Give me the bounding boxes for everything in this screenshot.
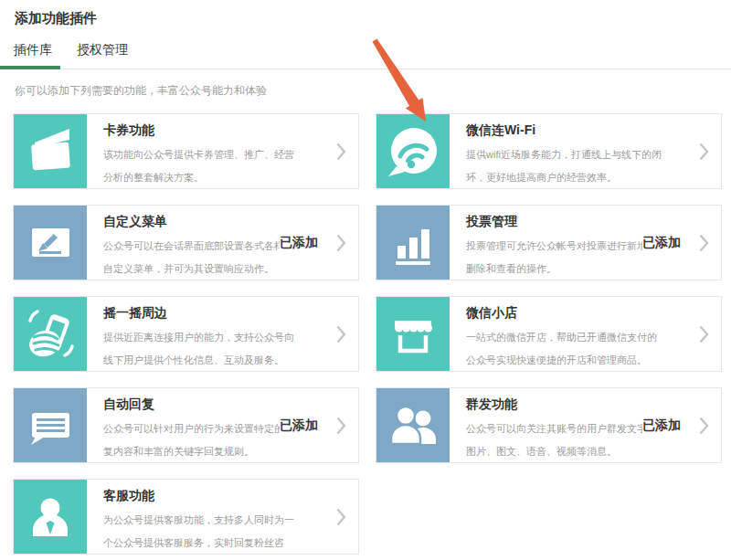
tab-bar: 插件库 授权管理 [0, 40, 731, 69]
card-desc: 公众号可以针对用户的行为来设置特定的回复内容和丰富的关键字回复规则。 [103, 417, 280, 462]
card-desc: 提供近距离连接用户的能力，支持公众号向线下用户提供个性化信息、互动及服务。 [103, 326, 302, 371]
plugin-card-shake-nearby[interactable]: 摇一摇周边 提供近距离连接用户的能力，支持公众号向线下用户提供个性化信息、互动及… [13, 296, 359, 372]
wallet-icon [14, 114, 87, 188]
chevron-right-icon [336, 143, 346, 161]
plugin-card-vote-management[interactable]: 投票管理 投票管理可允许公众帐号对投票进行新增、删除和查看的操作。 已添加 [376, 205, 722, 280]
shake-phone-icon [14, 297, 87, 371]
plugin-card-card-coupon[interactable]: 卡券功能 该功能向公众号提供卡券管理、推广、经营分析的整套解决方案。 [13, 113, 359, 189]
chevron-right-icon [699, 234, 709, 252]
bar-chart-icon [376, 206, 450, 280]
card-desc: 投票管理可允许公众帐号对投票进行新增、删除和查看的操作。 [466, 235, 642, 280]
page-subtitle: 你可以添加下列需要的功能，丰富公众号能力和体验 [15, 83, 716, 99]
card-title: 投票管理 [466, 212, 642, 230]
plugin-cards-grid: 卡券功能 该功能向公众号提供卡券管理、推广、经营分析的整套解决方案。 微信连Wi… [13, 113, 722, 555]
chevron-right-icon [336, 234, 346, 252]
person-icon [14, 480, 87, 554]
group-users-icon [376, 388, 450, 462]
card-desc: 公众号可以在会话界面底部设置各式各样的自定义菜单，并可为其设置响应动作。 [103, 235, 280, 280]
card-desc: 该功能向公众号提供卡券管理、推广、经营分析的整套解决方案。 [103, 143, 302, 188]
card-title: 客服功能 [103, 486, 336, 504]
card-title: 群发功能 [466, 395, 642, 413]
plugin-card-auto-reply[interactable]: 自动回复 公众号可以针对用户的行为来设置特定的回复内容和丰富的关键字回复规则。 … [13, 387, 359, 463]
plugin-card-wechat-wifi[interactable]: 微信连Wi-Fi 提供wifi近场服务能力，打通线上与线下的闭环，更好地提高商户… [376, 113, 722, 189]
page-title: 添加功能插件 [0, 0, 731, 27]
card-title: 自定义菜单 [103, 212, 280, 230]
card-title: 摇一摇周边 [103, 303, 336, 322]
added-badge: 已添加 [280, 417, 318, 434]
pencil-icon [14, 206, 87, 280]
plugin-card-broadcast[interactable]: 群发功能 公众号可以向关注其账号的用户群发文字、图片、图文、语音、视频等消息。 … [376, 387, 722, 463]
plugin-card-wechat-store[interactable]: 微信小店 一站式的微信开店，帮助已开通微信支付的公众号实现快速便捷的开店和管理商… [376, 296, 722, 372]
chat-bubble-icon [14, 388, 87, 462]
card-title: 卡券功能 [103, 121, 336, 139]
card-title: 微信小店 [466, 303, 699, 322]
card-title: 微信连Wi-Fi [466, 121, 699, 139]
card-desc: 为公众号提供客服功能，支持多人同时为一个公众号提供客服服务，实时回复粉丝咨询。 [103, 509, 302, 554]
chevron-right-icon [336, 325, 346, 343]
tab-plugin-library[interactable]: 插件库 [0, 40, 60, 69]
storefront-icon [376, 297, 450, 371]
chevron-right-icon [336, 508, 346, 526]
tab-authorization-management[interactable]: 授权管理 [77, 40, 128, 69]
wifi-bubble-icon [376, 114, 450, 188]
added-badge: 已添加 [642, 417, 681, 434]
chevron-right-icon [336, 417, 346, 435]
plugin-card-customer-service[interactable]: 客服功能 为公众号提供客服功能，支持多人同时为一个公众号提供客服服务，实时回复粉… [13, 479, 359, 555]
chevron-right-icon [699, 143, 709, 161]
card-desc: 公众号可以向关注其账号的用户群发文字、图片、图文、语音、视频等消息。 [466, 417, 642, 462]
plugin-card-custom-menu[interactable]: 自定义菜单 公众号可以在会话界面底部设置各式各样的自定义菜单，并可为其设置响应动… [13, 205, 359, 280]
card-desc: 提供wifi近场服务能力，打通线上与线下的闭环，更好地提高商户的经营效率。 [466, 143, 665, 188]
chevron-right-icon [699, 417, 709, 435]
card-title: 自动回复 [103, 395, 280, 413]
added-badge: 已添加 [642, 235, 681, 251]
added-badge: 已添加 [280, 235, 318, 251]
chevron-right-icon [699, 325, 709, 343]
card-desc: 一站式的微信开店，帮助已开通微信支付的公众号实现快速便捷的开店和管理商品。 [466, 326, 665, 371]
